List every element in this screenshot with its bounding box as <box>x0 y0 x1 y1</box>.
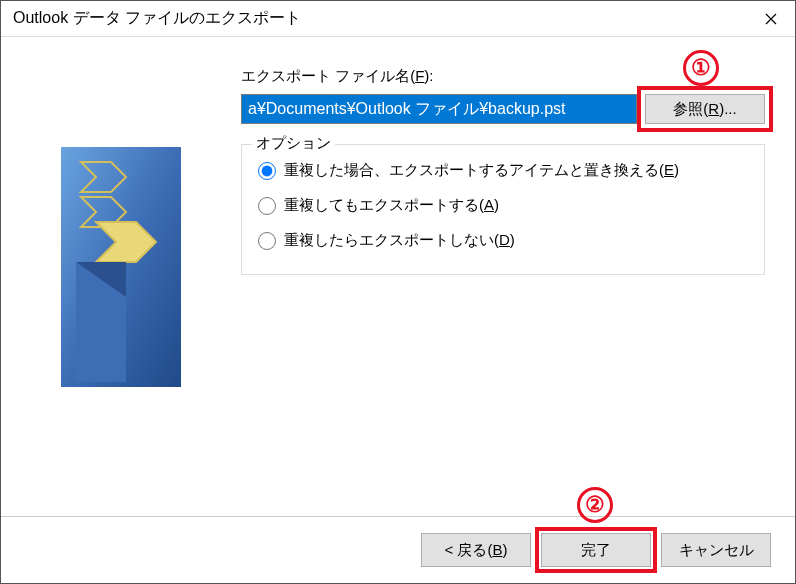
dialog-window: Outlook データ ファイルのエクスポート <box>0 0 796 584</box>
left-panel <box>21 67 221 506</box>
radio-row-replace[interactable]: 重複した場合、エクスポートするアイテムと置き換える(E) <box>254 153 752 188</box>
close-button[interactable] <box>747 1 795 37</box>
filename-label-post: ): <box>424 67 433 84</box>
radio-replace-label[interactable]: 重複した場合、エクスポートするアイテムと置き換える(E) <box>284 161 679 180</box>
filename-label-pre: エクスポート ファイル名( <box>241 67 415 84</box>
radio-row-skip[interactable]: 重複したらエクスポートしない(D) <box>254 223 752 258</box>
finish-button[interactable]: 完了 <box>541 533 651 567</box>
back-pre: < 戻る( <box>445 541 493 558</box>
finish-wrap: ② 完了 <box>541 533 651 567</box>
filename-row: ① 参照(R)... <box>241 94 765 124</box>
r1-post: ) <box>494 196 499 213</box>
back-post: ) <box>502 541 507 558</box>
back-button[interactable]: < 戻る(B) <box>421 533 531 567</box>
browse-key: R <box>708 100 719 117</box>
radio-row-allow[interactable]: 重複してもエクスポートする(A) <box>254 188 752 223</box>
r0-pre: 重複した場合、エクスポートするアイテムと置き換える( <box>284 161 664 178</box>
r2-post: ) <box>510 231 515 248</box>
back-key: B <box>492 541 502 558</box>
options-group: オプション 重複した場合、エクスポートするアイテムと置き換える(E) 重複しても… <box>241 144 765 275</box>
r2-key: D <box>499 231 510 248</box>
radio-allow-label[interactable]: 重複してもエクスポートする(A) <box>284 196 499 215</box>
right-panel: エクスポート ファイル名(F): ① 参照(R)... オプション 重複 <box>241 67 775 506</box>
r0-key: E <box>664 161 674 178</box>
browse-pre: 参照( <box>673 100 708 117</box>
radio-allow[interactable] <box>258 197 276 215</box>
r1-pre: 重複してもエクスポートする( <box>284 196 484 213</box>
wizard-graphic <box>61 147 181 387</box>
filename-input[interactable] <box>241 94 637 124</box>
r1-key: A <box>484 196 494 213</box>
browse-wrap: ① 参照(R)... <box>645 94 765 124</box>
radio-skip[interactable] <box>258 232 276 250</box>
filename-label: エクスポート ファイル名(F): <box>241 67 765 86</box>
radio-skip-label[interactable]: 重複したらエクスポートしない(D) <box>284 231 515 250</box>
filename-label-key: F <box>415 67 424 84</box>
window-title: Outlook データ ファイルのエクスポート <box>13 8 301 29</box>
browse-post: )... <box>719 100 737 117</box>
options-legend: オプション <box>252 134 335 153</box>
footer: < 戻る(B) ② 完了 キャンセル <box>1 516 795 583</box>
r0-post: ) <box>674 161 679 178</box>
titlebar: Outlook データ ファイルのエクスポート <box>1 1 795 37</box>
close-icon <box>765 13 777 25</box>
radio-replace[interactable] <box>258 162 276 180</box>
browse-button[interactable]: 参照(R)... <box>645 94 765 124</box>
r2-pre: 重複したらエクスポートしない( <box>284 231 499 248</box>
cancel-button[interactable]: キャンセル <box>661 533 771 567</box>
content-area: エクスポート ファイル名(F): ① 参照(R)... オプション 重複 <box>1 37 795 516</box>
